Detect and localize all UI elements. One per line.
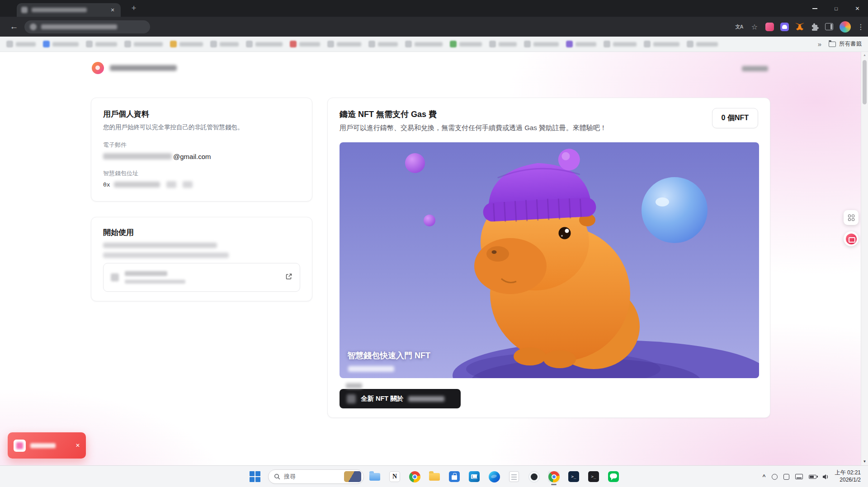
bookmark-title-redacted [220, 42, 239, 47]
toast-close-button[interactable]: ✕ [75, 442, 80, 449]
bookmark-title-redacted [415, 42, 443, 47]
outlook-icon[interactable] [468, 471, 480, 482]
bookmark-item[interactable] [368, 41, 398, 47]
profile-card-title: 用戶個人資料 [103, 109, 300, 119]
scrollbar-down-arrow[interactable]: ▼ [861, 459, 868, 464]
folder-icon-taskbar[interactable] [429, 471, 440, 482]
address-bar[interactable] [24, 20, 150, 33]
bookmark-favicon [290, 41, 297, 47]
close-window-button[interactable]: ✕ [847, 0, 868, 17]
chrome-icon[interactable] [409, 471, 420, 482]
bookmark-favicon [86, 41, 93, 47]
bookmark-item[interactable] [246, 41, 283, 47]
notion-icon[interactable]: N [389, 471, 401, 482]
bookmark-item[interactable] [489, 41, 517, 47]
getting-started-card: 開始使用 [91, 217, 312, 301]
chrome-active-icon[interactable] [548, 471, 560, 482]
getting-started-link-item[interactable] [103, 263, 300, 292]
browser-tab[interactable]: ✕ [17, 3, 121, 17]
bookmark-item[interactable] [170, 41, 203, 47]
getting-started-desc2-redacted [103, 253, 229, 258]
translate-float-button[interactable] [844, 231, 859, 246]
external-link-icon[interactable] [285, 273, 292, 282]
search-highlight-image[interactable] [344, 471, 361, 482]
bookmark-title-redacted [459, 42, 482, 47]
file-explorer-icon[interactable] [369, 471, 381, 482]
bookmark-star-icon[interactable]: ☆ [750, 23, 759, 31]
start-button[interactable] [250, 471, 260, 482]
microsoft-store-icon[interactable] [448, 471, 460, 482]
tab-title-redacted [32, 8, 87, 12]
bookmark-title-redacted [576, 42, 596, 47]
metamask-extension-icon[interactable] [795, 23, 804, 31]
bookmark-favicon [327, 41, 334, 47]
browser-toolbar: ← 文A ☆ ⋮ [0, 17, 868, 37]
bookmark-item[interactable] [86, 41, 117, 47]
github-icon[interactable] [528, 471, 540, 482]
bookmark-item[interactable] [566, 41, 596, 47]
taskbar-search[interactable]: 搜尋 [268, 469, 364, 484]
volume-icon[interactable] [822, 474, 829, 480]
bookmark-item[interactable] [405, 41, 443, 47]
copy-address-icon[interactable] [166, 181, 176, 188]
touch-keyboard-icon[interactable] [795, 474, 803, 479]
view-address-icon[interactable] [183, 181, 193, 188]
toolbar-actions: 文A ☆ ⋮ [735, 21, 863, 33]
document-app-icon[interactable] [508, 471, 520, 482]
nft-image-caption-sub-redacted [348, 366, 394, 372]
terminal-icon[interactable]: >_ [588, 471, 599, 482]
bookmark-item[interactable] [43, 41, 79, 47]
all-bookmarks-label: 所有書籤 [839, 40, 862, 48]
link-item-icon-redacted [111, 273, 119, 281]
notification-toast[interactable]: ✕ [8, 432, 86, 459]
bookmark-item[interactable] [327, 41, 361, 47]
site-info-icon[interactable] [30, 23, 37, 30]
bookmarks-overflow-chevron[interactable]: » [818, 40, 821, 48]
bookmark-title-redacted [52, 42, 79, 47]
bookmark-item[interactable] [124, 41, 163, 47]
link-item-subtitle-redacted [125, 280, 185, 284]
bookmark-item[interactable] [604, 41, 637, 47]
maximize-button[interactable]: □ [826, 0, 847, 17]
tray-icon-1[interactable] [772, 474, 778, 480]
page-scrollbar[interactable]: ▲ ▼ [861, 52, 868, 465]
bookmark-item[interactable] [687, 41, 718, 47]
new-tab-button[interactable]: + [128, 3, 140, 14]
tab-close-button[interactable]: ✕ [109, 6, 116, 14]
mint-nft-button[interactable]: 全新 NFT 關於 [340, 389, 461, 408]
taskbar-clock[interactable]: 上午 02:21 2026/1/2 [835, 469, 861, 483]
bookmark-item[interactable] [290, 41, 320, 47]
tray-icon-2[interactable] [783, 474, 789, 480]
all-bookmarks-button[interactable]: 所有書籤 [829, 40, 862, 48]
powershell-icon[interactable]: >_ [568, 471, 580, 482]
bookmark-favicon [405, 41, 412, 47]
browser-menu-icon[interactable]: ⋮ [857, 23, 863, 31]
wallet-extension-icon[interactable] [780, 23, 789, 31]
nft-count-badge[interactable]: 0 個NFT [712, 108, 758, 128]
bookmark-item[interactable] [524, 41, 559, 47]
translate-icon[interactable]: 文A [735, 23, 744, 30]
clock-date: 2026/1/2 [835, 477, 861, 484]
link-item-title-redacted [125, 271, 167, 276]
profile-avatar[interactable] [840, 21, 851, 33]
nft-card: 鑄造 NFT 無需支付 Gas 費 用戶可以進行鑄幣、交易和兌換，無需支付任何手… [327, 98, 770, 418]
hidden-icons-chevron[interactable]: ^ [763, 473, 766, 480]
scrollbar-thumb[interactable] [863, 60, 867, 104]
site-logo[interactable] [92, 62, 104, 74]
floating-widget-button[interactable] [844, 210, 859, 225]
scrollbar-up-arrow[interactable]: ▲ [861, 53, 868, 56]
header-action-redacted[interactable] [742, 66, 768, 71]
bookmark-item[interactable] [210, 41, 239, 47]
extension-icon-pink[interactable] [765, 23, 774, 31]
back-button[interactable]: ← [7, 22, 21, 32]
line-icon[interactable] [608, 471, 619, 482]
mint-button-label: 全新 NFT 關於 [361, 394, 403, 403]
side-panel-icon[interactable] [825, 23, 833, 30]
bookmark-item[interactable] [6, 41, 36, 47]
bookmark-item[interactable] [450, 41, 482, 47]
extensions-puzzle-icon[interactable] [811, 23, 819, 31]
battery-icon[interactable] [809, 475, 816, 479]
minimize-button[interactable] [804, 0, 826, 17]
edge-icon[interactable] [488, 471, 500, 482]
bookmark-item[interactable] [644, 41, 679, 47]
